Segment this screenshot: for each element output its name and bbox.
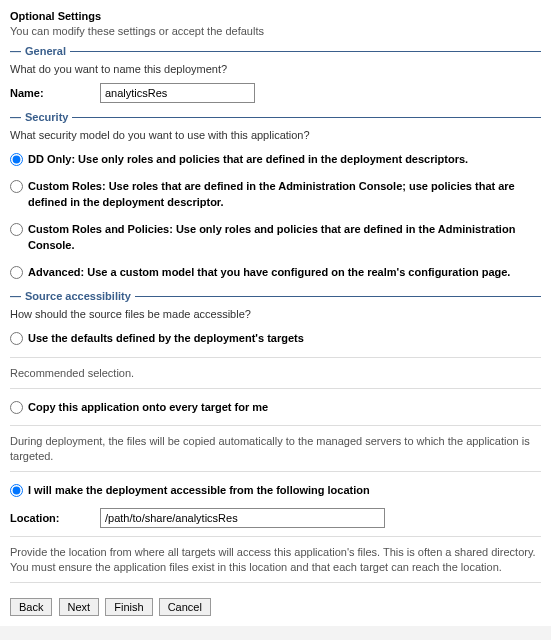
name-label: Name: [10, 87, 100, 99]
divider [10, 388, 541, 389]
section-security-header: — Security [10, 111, 541, 123]
security-dd-only-label: DD Only: Use only roles and policies tha… [28, 151, 468, 168]
section-line [135, 296, 541, 297]
security-custom-roles-policies-radio[interactable] [10, 223, 23, 236]
dash-icon: — [10, 290, 21, 302]
name-input[interactable] [100, 83, 255, 103]
general-prompt: What do you want to name this deployment… [10, 63, 541, 75]
security-advanced-label: Advanced: Use a custom model that you ha… [28, 264, 510, 281]
finish-button[interactable]: Finish [105, 598, 152, 616]
section-security-title: Security [25, 111, 72, 123]
divider [10, 425, 541, 426]
section-source-header: — Source accessibility [10, 290, 541, 302]
location-input[interactable] [100, 508, 385, 528]
footer-bar [0, 626, 551, 640]
location-note: Provide the location from where all targ… [10, 545, 541, 574]
source-copy-label: Copy this application onto every target … [28, 399, 268, 416]
security-dd-only-radio[interactable] [10, 153, 23, 166]
copy-note: During deployment, the files will be cop… [10, 434, 541, 463]
section-source-title: Source accessibility [25, 290, 135, 302]
security-custom-roles-label: Custom Roles: Use roles that are defined… [28, 178, 541, 211]
divider [10, 357, 541, 358]
button-row: Back Next Finish Cancel [10, 598, 541, 616]
location-label: Location: [10, 512, 100, 524]
divider [10, 582, 541, 583]
source-copy-radio[interactable] [10, 401, 23, 414]
security-custom-roles-policies-label: Custom Roles and Policies: Use only role… [28, 221, 541, 254]
section-line [70, 51, 541, 52]
section-general-title: General [25, 45, 70, 57]
section-general-header: — General [10, 45, 541, 57]
cancel-button[interactable]: Cancel [159, 598, 211, 616]
source-location-radio[interactable] [10, 484, 23, 497]
section-line [72, 117, 541, 118]
dash-icon: — [10, 45, 21, 57]
source-defaults-label: Use the defaults defined by the deployme… [28, 330, 304, 347]
back-button[interactable]: Back [10, 598, 52, 616]
source-location-label: I will make the deployment accessible fr… [28, 482, 370, 499]
page-subtitle: You can modify these settings or accept … [10, 25, 541, 37]
dash-icon: — [10, 111, 21, 123]
security-custom-roles-radio[interactable] [10, 180, 23, 193]
page-title: Optional Settings [10, 10, 541, 22]
divider [10, 536, 541, 537]
security-advanced-radio[interactable] [10, 266, 23, 279]
security-prompt: What security model do you want to use w… [10, 129, 541, 141]
next-button[interactable]: Next [59, 598, 100, 616]
source-defaults-radio[interactable] [10, 332, 23, 345]
divider [10, 471, 541, 472]
source-prompt: How should the source files be made acce… [10, 308, 541, 320]
recommended-note: Recommended selection. [10, 366, 541, 380]
